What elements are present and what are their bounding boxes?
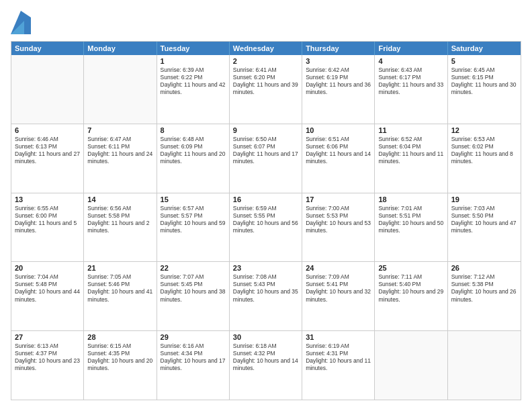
- calendar-row-2: 6Sunrise: 6:46 AM Sunset: 6:13 PM Daylig…: [11, 124, 521, 193]
- calendar-cell: 15Sunrise: 6:57 AM Sunset: 5:57 PM Dayli…: [157, 193, 230, 262]
- cell-info: Sunrise: 6:13 AM Sunset: 4:37 PM Dayligh…: [15, 342, 80, 372]
- calendar-cell: 27Sunrise: 6:13 AM Sunset: 4:37 PM Dayli…: [11, 331, 84, 400]
- calendar-cell: 3Sunrise: 6:42 AM Sunset: 6:19 PM Daylig…: [302, 55, 375, 124]
- calendar-row-1: 1Sunrise: 6:39 AM Sunset: 6:22 PM Daylig…: [11, 55, 521, 124]
- day-number: 2: [233, 57, 298, 65]
- day-number: 7: [87, 126, 152, 134]
- cell-info: Sunrise: 7:01 AM Sunset: 5:51 PM Dayligh…: [378, 205, 443, 234]
- day-number: 31: [306, 333, 371, 341]
- calendar-row-4: 20Sunrise: 7:04 AM Sunset: 5:48 PM Dayli…: [11, 261, 521, 330]
- cell-info: Sunrise: 6:19 AM Sunset: 4:31 PM Dayligh…: [306, 342, 371, 372]
- header-day-monday: Monday: [84, 42, 157, 55]
- header: [11, 11, 521, 34]
- cell-info: Sunrise: 7:09 AM Sunset: 5:41 PM Dayligh…: [306, 273, 371, 303]
- calendar-cell: 10Sunrise: 6:51 AM Sunset: 6:06 PM Dayli…: [302, 124, 375, 193]
- calendar-cell: [448, 331, 521, 400]
- cell-info: Sunrise: 7:12 AM Sunset: 5:38 PM Dayligh…: [451, 273, 517, 303]
- cell-info: Sunrise: 6:57 AM Sunset: 5:57 PM Dayligh…: [161, 205, 226, 234]
- day-number: 25: [378, 264, 443, 272]
- day-number: 5: [451, 57, 517, 65]
- calendar-cell: 7Sunrise: 6:47 AM Sunset: 6:11 PM Daylig…: [84, 124, 157, 193]
- calendar-body: 1Sunrise: 6:39 AM Sunset: 6:22 PM Daylig…: [11, 55, 521, 400]
- day-number: 9: [233, 126, 298, 134]
- day-number: 24: [306, 264, 371, 272]
- day-number: 1: [161, 57, 226, 65]
- cell-info: Sunrise: 6:45 AM Sunset: 6:15 PM Dayligh…: [451, 66, 517, 96]
- day-number: 4: [378, 57, 443, 65]
- calendar-cell: 4Sunrise: 6:43 AM Sunset: 6:17 PM Daylig…: [375, 55, 447, 124]
- cell-info: Sunrise: 6:47 AM Sunset: 6:11 PM Dayligh…: [87, 136, 152, 165]
- calendar-cell: 23Sunrise: 7:08 AM Sunset: 5:43 PM Dayli…: [230, 262, 302, 330]
- header-day-wednesday: Wednesday: [230, 42, 302, 55]
- day-number: 26: [451, 264, 517, 272]
- calendar-header: SundayMondayTuesdayWednesdayThursdayFrid…: [11, 42, 521, 55]
- header-day-tuesday: Tuesday: [157, 42, 230, 55]
- calendar-cell: 25Sunrise: 7:11 AM Sunset: 5:40 PM Dayli…: [375, 262, 447, 330]
- calendar-cell: 29Sunrise: 6:16 AM Sunset: 4:34 PM Dayli…: [157, 331, 230, 400]
- day-number: 15: [161, 195, 226, 203]
- day-number: 23: [233, 264, 298, 272]
- calendar-cell: 20Sunrise: 7:04 AM Sunset: 5:48 PM Dayli…: [11, 262, 84, 330]
- calendar-cell: 11Sunrise: 6:52 AM Sunset: 6:04 PM Dayli…: [375, 124, 447, 193]
- day-number: 18: [378, 195, 443, 203]
- cell-info: Sunrise: 7:03 AM Sunset: 5:50 PM Dayligh…: [451, 205, 517, 234]
- cell-info: Sunrise: 7:00 AM Sunset: 5:53 PM Dayligh…: [306, 205, 371, 234]
- day-number: 16: [233, 195, 298, 203]
- day-number: 27: [15, 333, 80, 341]
- cell-info: Sunrise: 6:39 AM Sunset: 6:22 PM Dayligh…: [161, 66, 226, 96]
- calendar-cell: 26Sunrise: 7:12 AM Sunset: 5:38 PM Dayli…: [448, 262, 521, 330]
- calendar-cell: 9Sunrise: 6:50 AM Sunset: 6:07 PM Daylig…: [230, 124, 302, 193]
- calendar-cell: 24Sunrise: 7:09 AM Sunset: 5:41 PM Dayli…: [302, 262, 375, 330]
- calendar-cell: [11, 55, 84, 124]
- calendar-cell: 21Sunrise: 7:05 AM Sunset: 5:46 PM Dayli…: [84, 262, 157, 330]
- calendar-cell: 5Sunrise: 6:45 AM Sunset: 6:15 PM Daylig…: [448, 55, 521, 124]
- cell-info: Sunrise: 6:55 AM Sunset: 6:00 PM Dayligh…: [15, 205, 80, 234]
- day-number: 21: [87, 264, 152, 272]
- day-number: 3: [306, 57, 371, 65]
- calendar-cell: [375, 331, 447, 400]
- day-number: 12: [451, 126, 517, 134]
- cell-info: Sunrise: 6:16 AM Sunset: 4:34 PM Dayligh…: [161, 342, 226, 372]
- cell-info: Sunrise: 6:56 AM Sunset: 5:58 PM Dayligh…: [87, 205, 152, 234]
- day-number: 19: [451, 195, 517, 203]
- cell-info: Sunrise: 7:04 AM Sunset: 5:48 PM Dayligh…: [15, 273, 80, 303]
- cell-info: Sunrise: 6:42 AM Sunset: 6:19 PM Dayligh…: [306, 66, 371, 96]
- cell-info: Sunrise: 6:50 AM Sunset: 6:07 PM Dayligh…: [233, 136, 298, 165]
- cell-info: Sunrise: 6:51 AM Sunset: 6:06 PM Dayligh…: [306, 136, 371, 165]
- calendar-cell: 30Sunrise: 6:18 AM Sunset: 4:32 PM Dayli…: [230, 331, 302, 400]
- calendar-cell: 19Sunrise: 7:03 AM Sunset: 5:50 PM Dayli…: [448, 193, 521, 262]
- cell-info: Sunrise: 7:07 AM Sunset: 5:45 PM Dayligh…: [161, 273, 226, 303]
- calendar-cell: 8Sunrise: 6:48 AM Sunset: 6:09 PM Daylig…: [157, 124, 230, 193]
- calendar: SundayMondayTuesdayWednesdayThursdayFrid…: [11, 41, 521, 400]
- header-day-thursday: Thursday: [302, 42, 375, 55]
- cell-info: Sunrise: 6:52 AM Sunset: 6:04 PM Dayligh…: [378, 136, 443, 165]
- day-number: 13: [15, 195, 80, 203]
- calendar-cell: 16Sunrise: 6:59 AM Sunset: 5:55 PM Dayli…: [230, 193, 302, 262]
- cell-info: Sunrise: 6:53 AM Sunset: 6:02 PM Dayligh…: [451, 136, 517, 165]
- header-day-sunday: Sunday: [11, 42, 84, 55]
- cell-info: Sunrise: 7:05 AM Sunset: 5:46 PM Dayligh…: [87, 273, 152, 303]
- page: SundayMondayTuesdayWednesdayThursdayFrid…: [0, 0, 532, 411]
- calendar-cell: 18Sunrise: 7:01 AM Sunset: 5:51 PM Dayli…: [375, 193, 447, 262]
- cell-info: Sunrise: 6:15 AM Sunset: 4:35 PM Dayligh…: [87, 342, 152, 372]
- cell-info: Sunrise: 6:43 AM Sunset: 6:17 PM Dayligh…: [378, 66, 443, 96]
- calendar-cell: 17Sunrise: 7:00 AM Sunset: 5:53 PM Dayli…: [302, 193, 375, 262]
- calendar-cell: 2Sunrise: 6:41 AM Sunset: 6:20 PM Daylig…: [230, 55, 302, 124]
- cell-info: Sunrise: 6:41 AM Sunset: 6:20 PM Dayligh…: [233, 66, 298, 96]
- day-number: 10: [306, 126, 371, 134]
- day-number: 17: [306, 195, 371, 203]
- calendar-cell: [84, 55, 157, 124]
- calendar-row-3: 13Sunrise: 6:55 AM Sunset: 6:00 PM Dayli…: [11, 193, 521, 262]
- day-number: 6: [15, 126, 80, 134]
- day-number: 29: [161, 333, 226, 341]
- logo: [11, 11, 34, 34]
- logo-icon: [11, 11, 31, 34]
- calendar-cell: 12Sunrise: 6:53 AM Sunset: 6:02 PM Dayli…: [448, 124, 521, 193]
- cell-info: Sunrise: 6:48 AM Sunset: 6:09 PM Dayligh…: [161, 136, 226, 165]
- header-day-friday: Friday: [375, 42, 447, 55]
- cell-info: Sunrise: 6:59 AM Sunset: 5:55 PM Dayligh…: [233, 205, 298, 234]
- day-number: 20: [15, 264, 80, 272]
- header-day-saturday: Saturday: [448, 42, 521, 55]
- calendar-cell: 28Sunrise: 6:15 AM Sunset: 4:35 PM Dayli…: [84, 331, 157, 400]
- cell-info: Sunrise: 7:11 AM Sunset: 5:40 PM Dayligh…: [378, 273, 443, 303]
